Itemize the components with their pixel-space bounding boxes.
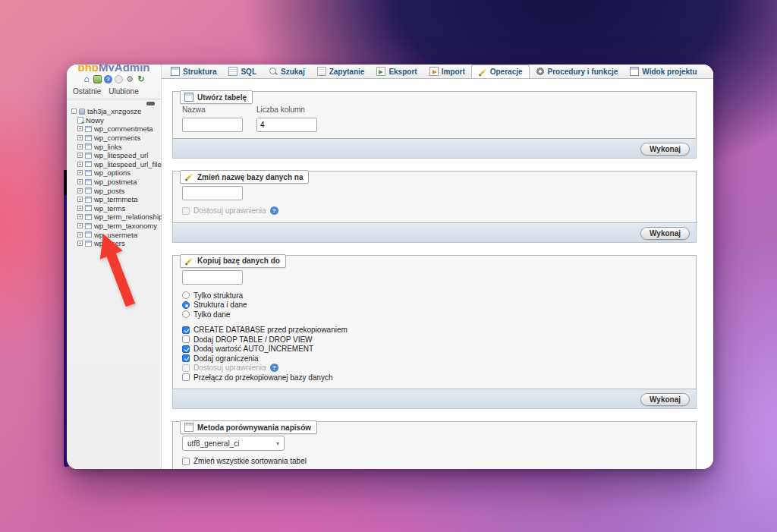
tree-table-row[interactable]: + wp_posts <box>71 186 161 195</box>
collation-select[interactable]: utf8_general_ci ▾ <box>182 436 285 451</box>
tab-favorites[interactable]: Ulubione <box>109 87 138 96</box>
table-name[interactable]: wp_usermeta <box>94 231 137 239</box>
tree-table-row[interactable]: + wp_comments <box>71 134 161 143</box>
database-tab[interactable]: Widok projektu <box>624 65 703 78</box>
radio-button[interactable] <box>182 301 190 309</box>
mysql-docs-icon[interactable] <box>115 75 123 83</box>
expand-toggle-icon[interactable]: + <box>77 188 83 194</box>
checkbox[interactable] <box>182 345 190 353</box>
checkbox[interactable] <box>182 354 190 362</box>
expand-toggle-icon[interactable]: + <box>77 179 83 184</box>
copy-option[interactable]: Dostosuj uprawnienia ? <box>182 364 687 373</box>
tree-table-row[interactable]: + wp_litespeed_url <box>71 151 161 160</box>
copy-database-input[interactable] <box>182 270 243 285</box>
table-icon <box>85 135 92 141</box>
copy-option[interactable]: Dodaj DROP TABLE / DROP VIEW ? <box>182 335 687 345</box>
expand-toggle-icon[interactable]: + <box>77 223 83 228</box>
database-tab[interactable]: Operacje <box>471 65 530 79</box>
collation-legend: Metoda porównywania napisów <box>180 420 317 434</box>
table-name[interactable]: wp_term_relationships <box>94 212 166 221</box>
table-name[interactable]: wp_terms <box>94 204 125 212</box>
database-name[interactable]: tah3ja_xnzgosze <box>87 107 141 115</box>
tree-table-row[interactable]: + wp_usermeta <box>71 230 161 239</box>
execute-button[interactable]: Wykonaj <box>640 143 690 156</box>
checkbox[interactable] <box>182 364 190 372</box>
logout-icon[interactable] <box>93 75 102 83</box>
phpmyadmin-docs-icon[interactable]: ? <box>104 75 112 83</box>
database-tab[interactable]: Struktura <box>165 65 222 78</box>
table-name[interactable]: wp_litespeed_url <box>94 151 148 159</box>
home-icon[interactable]: ⌂ <box>82 74 91 83</box>
expand-toggle-icon[interactable]: + <box>77 232 83 238</box>
radio-button[interactable] <box>182 310 190 318</box>
database-tab[interactable]: SQL <box>222 65 263 78</box>
export-icon <box>376 67 385 76</box>
copy-option[interactable]: Przełącz do przekopiowanej bazy danych ? <box>182 373 687 382</box>
tree-new-table-row[interactable]: Nowy <box>71 116 161 125</box>
help-icon[interactable]: ? <box>270 206 278 215</box>
tree-table-row[interactable]: + wp_term_taxonomy <box>71 222 161 231</box>
table-name[interactable]: wp_commentmeta <box>94 124 153 133</box>
tree-database-row[interactable]: - tah3ja_xnzgosze <box>71 107 161 116</box>
expand-toggle-icon[interactable]: + <box>77 197 83 202</box>
database-tab[interactable]: Eksport <box>370 65 423 78</box>
table-name[interactable]: wp_options <box>94 168 131 177</box>
table-name[interactable]: wp_users <box>94 239 125 247</box>
database-tab[interactable]: Zapytanie <box>311 65 371 78</box>
tree-table-row[interactable]: + wp_term_relationships <box>71 212 161 222</box>
checkbox[interactable] <box>182 326 190 334</box>
expand-toggle-icon[interactable]: + <box>77 241 83 246</box>
collapse-toggle-icon[interactable]: - <box>71 109 77 114</box>
table-name[interactable]: wp_links <box>94 143 121 151</box>
tree-table-row[interactable]: + wp_postmeta <box>71 178 161 187</box>
table-name[interactable]: wp_litespeed_url_file <box>94 160 162 168</box>
database-tab[interactable]: Procedury i funkcje <box>530 65 624 78</box>
adjust-privileges-checkbox[interactable] <box>182 207 190 215</box>
radio-button[interactable] <box>182 291 190 299</box>
copy-option[interactable]: CREATE DATABASE przed przekopiowaniem ? <box>182 326 687 335</box>
table-name[interactable]: wp_comments <box>94 134 140 142</box>
execute-button[interactable]: Wykonaj <box>640 227 690 240</box>
expand-toggle-icon[interactable]: + <box>77 153 83 158</box>
table-name[interactable]: wp_postmeta <box>94 178 137 186</box>
expand-toggle-icon[interactable]: + <box>77 135 83 140</box>
expand-toggle-icon[interactable]: + <box>77 214 83 219</box>
tree-table-row[interactable]: + wp_litespeed_url_file <box>71 160 161 169</box>
copy-mode-option[interactable]: Tylko struktura <box>182 291 687 301</box>
expand-toggle-icon[interactable]: + <box>77 162 83 167</box>
database-tab[interactable]: Import <box>423 65 471 78</box>
expand-toggle-icon[interactable]: + <box>77 144 83 150</box>
copy-mode-option[interactable]: Struktura i dane <box>182 301 687 310</box>
copy-option[interactable]: Dodaj wartość AUTO_INCREMENT ? <box>182 345 687 354</box>
checkbox[interactable] <box>182 335 190 343</box>
navigation-collapse-icon[interactable] <box>146 102 155 105</box>
table-name[interactable]: wp_posts <box>94 187 124 195</box>
table-name-input[interactable] <box>182 118 243 132</box>
tree-table-row[interactable]: + wp_links <box>71 142 161 151</box>
settings-icon[interactable]: ⚙ <box>125 74 134 83</box>
expand-toggle-icon[interactable]: + <box>77 126 83 131</box>
tree-table-row[interactable]: + wp_commentmeta <box>71 124 161 134</box>
tree-table-row[interactable]: + wp_options <box>71 168 161 178</box>
expand-toggle-icon[interactable]: + <box>77 206 83 211</box>
reload-navigation-icon[interactable]: ↻ <box>137 74 146 83</box>
execute-button[interactable]: Wykonaj <box>640 393 690 406</box>
copy-mode-option[interactable]: Tylko dane <box>182 310 687 320</box>
copy-database-section: Kopiuj bazę danych do Tylko struktura <box>172 255 697 410</box>
copy-option[interactable]: Dodaj ograniczenia ? <box>182 354 687 364</box>
table-name[interactable]: wp_term_taxonomy <box>94 222 157 230</box>
tree-table-row[interactable]: + wp_termmeta <box>71 195 161 204</box>
expand-toggle-icon[interactable]: + <box>77 170 83 175</box>
new-table-label[interactable]: Nowy <box>86 116 104 124</box>
table-name[interactable]: wp_termmeta <box>94 195 138 203</box>
change-all-collations-checkbox[interactable] <box>182 458 190 465</box>
columns-count-input[interactable] <box>256 118 317 132</box>
tree-table-row[interactable]: + wp_terms <box>71 204 161 213</box>
rename-database-input[interactable] <box>182 186 243 200</box>
tab-recent[interactable]: Ostatnie <box>73 87 101 96</box>
database-tab[interactable]: Szukaj <box>263 65 311 78</box>
tree-table-row[interactable]: + wp_users <box>71 239 161 248</box>
checkbox[interactable] <box>182 373 190 381</box>
help-icon[interactable]: ? <box>270 364 278 372</box>
query-icon <box>317 67 326 76</box>
